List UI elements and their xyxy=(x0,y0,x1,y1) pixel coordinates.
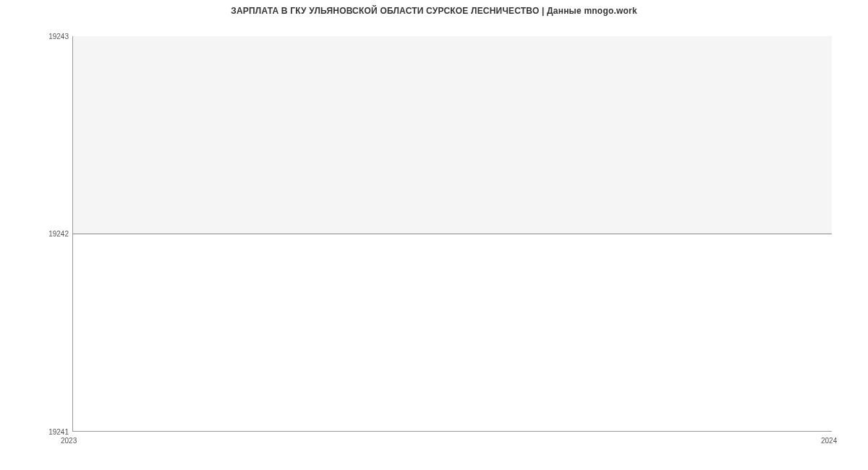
data-line xyxy=(73,234,832,234)
y-tick-label: 19241 xyxy=(4,428,69,436)
x-tick-label: 2024 xyxy=(821,437,837,445)
y-tick-label: 19242 xyxy=(4,230,69,238)
chart-container: ЗАРПЛАТА В ГКУ УЛЬЯНОВСКОЙ ОБЛАСТИ СУРСК… xyxy=(0,0,868,470)
chart-title: ЗАРПЛАТА В ГКУ УЛЬЯНОВСКОЙ ОБЛАСТИ СУРСК… xyxy=(0,6,868,16)
plot-area xyxy=(72,36,832,432)
plot-lower-band xyxy=(73,234,832,431)
x-tick-label: 2023 xyxy=(61,437,77,445)
y-tick-label: 19243 xyxy=(4,33,69,40)
